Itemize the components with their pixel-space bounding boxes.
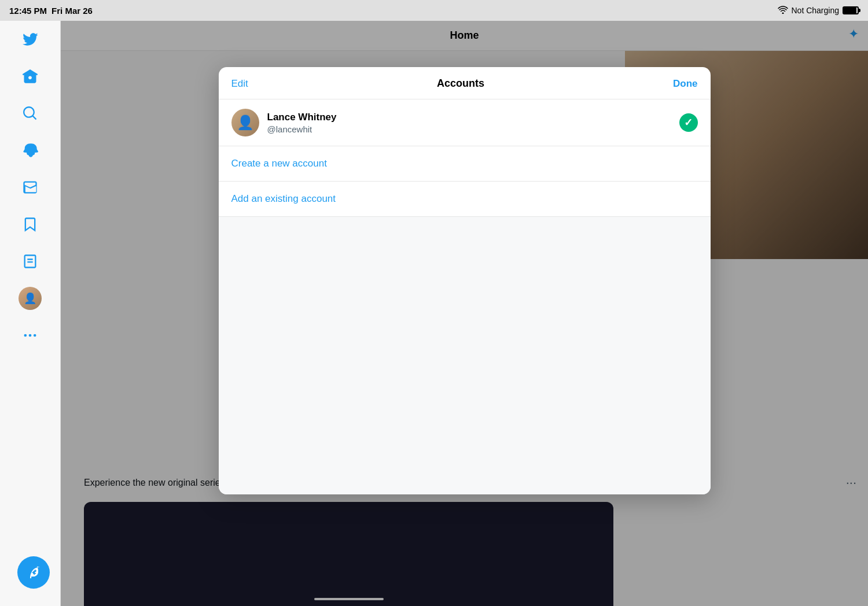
- compose-button[interactable]: [17, 556, 50, 589]
- wifi-icon: [778, 6, 788, 16]
- modal-overlay: Edit Accounts Done 👤 Lance Whitney @lanc…: [61, 21, 868, 606]
- date-display: Fri Mar 26: [52, 6, 93, 16]
- edit-button[interactable]: Edit: [231, 78, 248, 90]
- main-content: Home ✦ ··· ··· me Experience the new ori…: [61, 21, 868, 606]
- create-new-account-row[interactable]: Create a new account: [219, 146, 711, 182]
- sidebar: 👤: [0, 21, 61, 606]
- sidebar-item-notifications[interactable]: [17, 138, 43, 163]
- account-avatar: 👤: [231, 109, 259, 136]
- account-info: Lance Whitney @lancewhit: [267, 112, 679, 134]
- status-bar: 12:45 PM Fri Mar 26 Not Charging: [0, 0, 868, 21]
- status-bar-right: Not Charging: [778, 6, 859, 16]
- accounts-modal: Edit Accounts Done 👤 Lance Whitney @lanc…: [219, 67, 711, 494]
- create-new-account-label: Create a new account: [231, 158, 327, 169]
- sidebar-item-messages[interactable]: [17, 175, 43, 200]
- svg-point-2: [34, 334, 36, 337]
- sidebar-item-search[interactable]: [17, 101, 43, 126]
- account-row[interactable]: 👤 Lance Whitney @lancewhit: [219, 99, 711, 146]
- battery-indicator: [843, 6, 859, 14]
- modal-title: Accounts: [437, 77, 484, 90]
- time-display: 12:45 PM: [9, 6, 47, 16]
- add-existing-account-label: Add an existing account: [231, 193, 336, 205]
- svg-point-1: [29, 334, 32, 337]
- account-handle: @lancewhit: [267, 124, 679, 134]
- sidebar-item-profile[interactable]: 👤: [17, 286, 43, 311]
- battery-icon: [843, 6, 859, 14]
- sidebar-item-bookmarks[interactable]: [17, 212, 43, 237]
- profile-avatar: 👤: [19, 287, 42, 310]
- modal-header: Edit Accounts Done: [219, 67, 711, 99]
- status-bar-left: 12:45 PM Fri Mar 26: [9, 6, 93, 16]
- not-charging-text: Not Charging: [792, 6, 840, 15]
- sidebar-item-more[interactable]: [17, 323, 43, 348]
- done-button[interactable]: Done: [673, 78, 698, 90]
- add-existing-account-row[interactable]: Add an existing account: [219, 182, 711, 217]
- modal-gray-area: [219, 217, 711, 494]
- sidebar-item-lists[interactable]: [17, 249, 43, 274]
- avatar-image: 👤: [231, 109, 259, 136]
- svg-point-0: [24, 334, 27, 337]
- account-active-check: [679, 113, 698, 132]
- twitter-logo-icon[interactable]: [17, 27, 43, 52]
- sidebar-item-home[interactable]: [17, 64, 43, 89]
- account-name: Lance Whitney: [267, 112, 679, 123]
- app-background: 👤 Home ✦ ··· ··· me Experience the new o…: [0, 21, 868, 606]
